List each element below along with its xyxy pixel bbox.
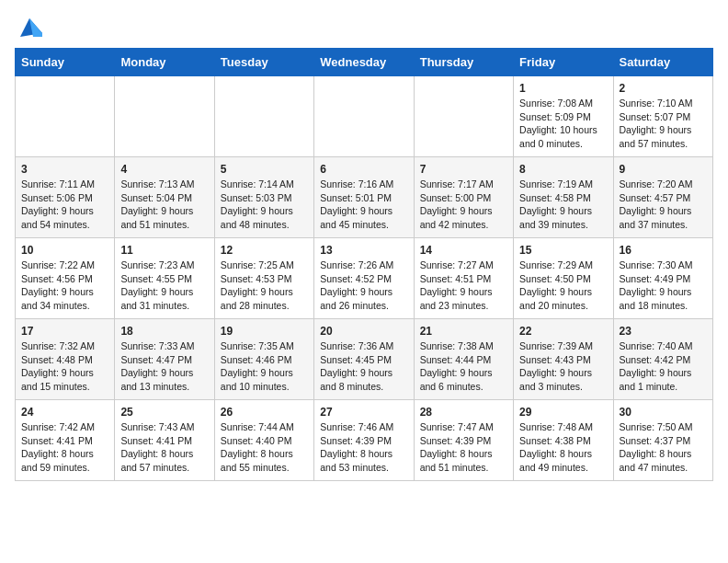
calendar-cell: 25Sunrise: 7:43 AMSunset: 4:41 PMDayligh… [115,400,214,481]
day-number: 29 [519,406,607,419]
day-number: 2 [620,82,707,95]
weekday-sunday: Sunday [16,49,115,76]
day-info: Sunrise: 7:17 AMSunset: 5:00 PMDaylight:… [420,178,507,232]
calendar-week-2: 3Sunrise: 7:11 AMSunset: 5:06 PMDaylight… [16,157,713,238]
calendar-cell: 7Sunrise: 7:17 AMSunset: 5:00 PMDaylight… [414,157,513,238]
calendar-cell: 2Sunrise: 7:10 AMSunset: 5:07 PMDaylight… [613,76,712,157]
calendar-cell: 30Sunrise: 7:50 AMSunset: 4:37 PMDayligh… [613,400,712,481]
day-info: Sunrise: 7:23 AMSunset: 4:55 PMDaylight:… [120,259,208,313]
day-number: 21 [420,325,507,338]
page-header [15,15,713,40]
day-number: 1 [519,82,607,95]
day-info: Sunrise: 7:44 AMSunset: 4:40 PMDaylight:… [221,420,308,475]
day-number: 22 [519,325,607,338]
calendar-header: SundayMondayTuesdayWednesdayThursdayFrid… [16,49,713,76]
calendar-cell: 11Sunrise: 7:23 AMSunset: 4:55 PMDayligh… [115,238,214,319]
calendar-cell: 24Sunrise: 7:42 AMSunset: 4:41 PMDayligh… [16,400,115,481]
calendar-cell: 12Sunrise: 7:25 AMSunset: 4:53 PMDayligh… [214,238,313,319]
calendar-cell: 15Sunrise: 7:29 AMSunset: 4:50 PMDayligh… [514,238,613,319]
day-info: Sunrise: 7:19 AMSunset: 4:58 PMDaylight:… [519,178,607,232]
calendar-cell: 27Sunrise: 7:46 AMSunset: 4:39 PMDayligh… [314,400,414,481]
day-info: Sunrise: 7:48 AMSunset: 4:38 PMDaylight:… [519,420,607,475]
day-info: Sunrise: 7:36 AMSunset: 4:45 PMDaylight:… [320,339,407,394]
day-number: 6 [320,163,407,176]
day-info: Sunrise: 7:27 AMSunset: 4:51 PMDaylight:… [420,259,507,313]
day-info: Sunrise: 7:10 AMSunset: 5:07 PMDaylight:… [620,97,707,151]
calendar-cell [414,76,513,157]
day-info: Sunrise: 7:29 AMSunset: 4:50 PMDaylight:… [519,259,607,313]
day-info: Sunrise: 7:26 AMSunset: 4:52 PMDaylight:… [320,259,407,313]
day-number: 27 [320,406,407,419]
day-info: Sunrise: 7:16 AMSunset: 5:01 PMDaylight:… [320,178,407,232]
day-number: 3 [21,163,108,176]
calendar-cell: 6Sunrise: 7:16 AMSunset: 5:01 PMDaylight… [314,157,414,238]
calendar-cell: 17Sunrise: 7:32 AMSunset: 4:48 PMDayligh… [16,319,115,400]
day-number: 8 [519,163,607,176]
calendar-cell: 13Sunrise: 7:26 AMSunset: 4:52 PMDayligh… [314,238,414,319]
calendar-cell: 23Sunrise: 7:40 AMSunset: 4:42 PMDayligh… [613,319,712,400]
day-number: 17 [21,325,108,338]
day-info: Sunrise: 7:11 AMSunset: 5:06 PMDaylight:… [21,178,108,232]
day-number: 13 [320,244,407,257]
weekday-header-row: SundayMondayTuesdayWednesdayThursdayFrid… [16,49,713,76]
calendar-week-4: 17Sunrise: 7:32 AMSunset: 4:48 PMDayligh… [16,319,713,400]
day-info: Sunrise: 7:35 AMSunset: 4:46 PMDaylight:… [221,339,308,394]
day-info: Sunrise: 7:33 AMSunset: 4:47 PMDaylight:… [120,339,208,394]
calendar-cell [16,76,115,157]
logo-icon [17,15,42,40]
calendar-cell [214,76,313,157]
weekday-tuesday: Tuesday [214,49,313,76]
calendar-cell [314,76,414,157]
day-number: 4 [120,163,208,176]
day-number: 14 [420,244,507,257]
calendar-cell: 5Sunrise: 7:14 AMSunset: 5:03 PMDaylight… [214,157,313,238]
calendar-cell: 14Sunrise: 7:27 AMSunset: 4:51 PMDayligh… [414,238,513,319]
day-number: 19 [221,325,308,338]
calendar-cell: 9Sunrise: 7:20 AMSunset: 4:57 PMDaylight… [613,157,712,238]
logo [15,15,42,40]
day-info: Sunrise: 7:32 AMSunset: 4:48 PMDaylight:… [21,339,108,394]
day-number: 15 [519,244,607,257]
calendar-cell: 21Sunrise: 7:38 AMSunset: 4:44 PMDayligh… [414,319,513,400]
day-info: Sunrise: 7:43 AMSunset: 4:41 PMDaylight:… [120,420,208,475]
day-info: Sunrise: 7:08 AMSunset: 5:09 PMDaylight:… [519,97,607,151]
weekday-saturday: Saturday [613,49,712,76]
day-number: 30 [620,406,707,419]
calendar-cell: 19Sunrise: 7:35 AMSunset: 4:46 PMDayligh… [214,319,313,400]
weekday-thursday: Thursday [414,49,513,76]
day-number: 26 [221,406,308,419]
calendar-cell: 1Sunrise: 7:08 AMSunset: 5:09 PMDaylight… [514,76,613,157]
calendar-cell: 16Sunrise: 7:30 AMSunset: 4:49 PMDayligh… [613,238,712,319]
day-number: 10 [21,244,108,257]
day-number: 20 [320,325,407,338]
calendar-week-5: 24Sunrise: 7:42 AMSunset: 4:41 PMDayligh… [16,400,713,481]
day-info: Sunrise: 7:38 AMSunset: 4:44 PMDaylight:… [420,339,507,394]
calendar-cell: 29Sunrise: 7:48 AMSunset: 4:38 PMDayligh… [514,400,613,481]
calendar-cell: 18Sunrise: 7:33 AMSunset: 4:47 PMDayligh… [115,319,214,400]
calendar-cell: 28Sunrise: 7:47 AMSunset: 4:39 PMDayligh… [414,400,513,481]
day-info: Sunrise: 7:20 AMSunset: 4:57 PMDaylight:… [620,178,707,232]
day-number: 5 [221,163,308,176]
day-info: Sunrise: 7:22 AMSunset: 4:56 PMDaylight:… [21,259,108,313]
day-number: 28 [420,406,507,419]
weekday-monday: Monday [115,49,214,76]
calendar-week-1: 1Sunrise: 7:08 AMSunset: 5:09 PMDaylight… [16,76,713,157]
calendar-cell: 4Sunrise: 7:13 AMSunset: 5:04 PMDaylight… [115,157,214,238]
day-info: Sunrise: 7:13 AMSunset: 5:04 PMDaylight:… [120,178,208,232]
day-info: Sunrise: 7:30 AMSunset: 4:49 PMDaylight:… [620,259,707,313]
day-number: 11 [120,244,208,257]
day-number: 24 [21,406,108,419]
calendar-cell: 8Sunrise: 7:19 AMSunset: 4:58 PMDaylight… [514,157,613,238]
calendar-week-3: 10Sunrise: 7:22 AMSunset: 4:56 PMDayligh… [16,238,713,319]
day-number: 16 [620,244,707,257]
day-info: Sunrise: 7:47 AMSunset: 4:39 PMDaylight:… [420,420,507,475]
calendar-cell: 22Sunrise: 7:39 AMSunset: 4:43 PMDayligh… [514,319,613,400]
day-info: Sunrise: 7:40 AMSunset: 4:42 PMDaylight:… [620,339,707,394]
day-info: Sunrise: 7:50 AMSunset: 4:37 PMDaylight:… [620,420,707,475]
day-info: Sunrise: 7:39 AMSunset: 4:43 PMDaylight:… [519,339,607,394]
day-info: Sunrise: 7:46 AMSunset: 4:39 PMDaylight:… [320,420,407,475]
day-number: 7 [420,163,507,176]
calendar-table: SundayMondayTuesdayWednesdayThursdayFrid… [15,48,713,481]
day-info: Sunrise: 7:25 AMSunset: 4:53 PMDaylight:… [221,259,308,313]
calendar-cell: 26Sunrise: 7:44 AMSunset: 4:40 PMDayligh… [214,400,313,481]
